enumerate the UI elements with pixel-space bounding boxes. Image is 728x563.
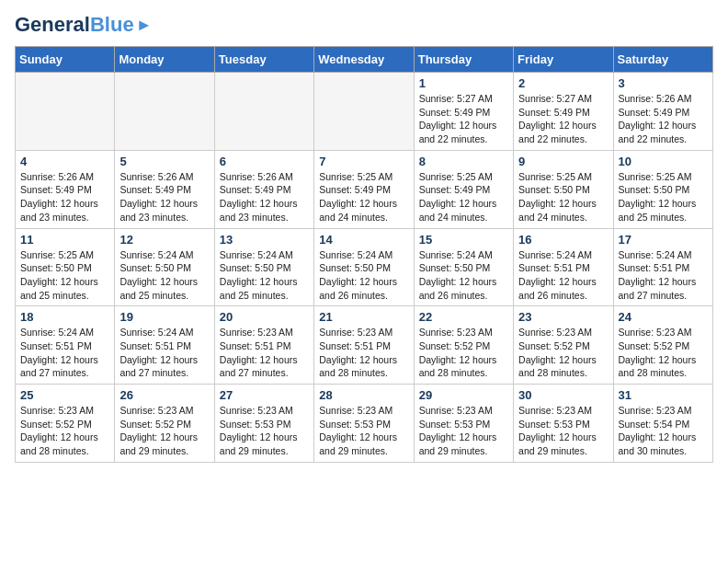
calendar-cell: 14Sunrise: 5:24 AM Sunset: 5:50 PM Dayli… bbox=[314, 228, 414, 306]
day-info: Sunrise: 5:23 AM Sunset: 5:52 PM Dayligh… bbox=[20, 404, 109, 458]
day-number: 3 bbox=[619, 76, 708, 90]
logo-blue: Blue bbox=[90, 13, 134, 36]
day-info: Sunrise: 5:24 AM Sunset: 5:51 PM Dayligh… bbox=[20, 326, 109, 380]
day-number: 1 bbox=[419, 76, 508, 90]
day-number: 4 bbox=[20, 155, 109, 168]
calendar-cell bbox=[16, 73, 115, 151]
day-number: 29 bbox=[419, 388, 508, 402]
day-info: Sunrise: 5:27 AM Sunset: 5:49 PM Dayligh… bbox=[518, 92, 608, 146]
calendar-cell: 25Sunrise: 5:23 AM Sunset: 5:52 PM Dayli… bbox=[16, 385, 115, 463]
logo-bird-icon: ► bbox=[136, 16, 153, 35]
day-number: 24 bbox=[619, 310, 708, 324]
day-number: 6 bbox=[220, 155, 309, 168]
col-header-saturday: Saturday bbox=[613, 47, 712, 73]
day-number: 21 bbox=[319, 310, 408, 324]
day-number: 25 bbox=[20, 388, 109, 402]
day-info: Sunrise: 5:25 AM Sunset: 5:50 PM Dayligh… bbox=[518, 170, 608, 224]
calendar-table: SundayMondayTuesdayWednesdayThursdayFrid… bbox=[15, 46, 713, 463]
calendar-cell: 28Sunrise: 5:23 AM Sunset: 5:53 PM Dayli… bbox=[314, 385, 414, 463]
day-info: Sunrise: 5:24 AM Sunset: 5:51 PM Dayligh… bbox=[119, 326, 209, 380]
calendar-cell: 19Sunrise: 5:24 AM Sunset: 5:51 PM Dayli… bbox=[115, 306, 214, 385]
day-info: Sunrise: 5:24 AM Sunset: 5:50 PM Dayligh… bbox=[419, 248, 508, 303]
calendar-cell: 30Sunrise: 5:23 AM Sunset: 5:53 PM Dayli… bbox=[514, 385, 613, 463]
day-info: Sunrise: 5:23 AM Sunset: 5:53 PM Dayligh… bbox=[220, 404, 309, 458]
logo-general: GeneralBlue bbox=[15, 15, 134, 35]
day-info: Sunrise: 5:25 AM Sunset: 5:50 PM Dayligh… bbox=[20, 248, 109, 303]
day-number: 8 bbox=[419, 155, 508, 168]
calendar-cell: 4Sunrise: 5:26 AM Sunset: 5:49 PM Daylig… bbox=[16, 150, 115, 228]
calendar-cell: 26Sunrise: 5:23 AM Sunset: 5:52 PM Dayli… bbox=[115, 385, 214, 463]
calendar-week-row: 11Sunrise: 5:25 AM Sunset: 5:50 PM Dayli… bbox=[16, 228, 713, 306]
calendar-cell: 2Sunrise: 5:27 AM Sunset: 5:49 PM Daylig… bbox=[514, 73, 613, 151]
col-header-friday: Friday bbox=[514, 47, 613, 73]
calendar-cell: 27Sunrise: 5:23 AM Sunset: 5:53 PM Dayli… bbox=[214, 385, 313, 463]
col-header-wednesday: Wednesday bbox=[314, 47, 414, 73]
day-number: 10 bbox=[619, 155, 708, 168]
calendar-header-row: SundayMondayTuesdayWednesdayThursdayFrid… bbox=[16, 47, 713, 73]
day-info: Sunrise: 5:23 AM Sunset: 5:53 PM Dayligh… bbox=[319, 404, 408, 458]
day-info: Sunrise: 5:23 AM Sunset: 5:51 PM Dayligh… bbox=[319, 326, 408, 380]
day-number: 16 bbox=[518, 233, 608, 247]
calendar-cell: 6Sunrise: 5:26 AM Sunset: 5:49 PM Daylig… bbox=[214, 150, 313, 228]
calendar-cell: 29Sunrise: 5:23 AM Sunset: 5:53 PM Dayli… bbox=[414, 385, 513, 463]
day-info: Sunrise: 5:24 AM Sunset: 5:50 PM Dayligh… bbox=[220, 248, 309, 303]
day-number: 20 bbox=[220, 310, 309, 324]
day-number: 27 bbox=[220, 388, 309, 402]
day-number: 15 bbox=[419, 233, 508, 247]
day-info: Sunrise: 5:26 AM Sunset: 5:49 PM Dayligh… bbox=[119, 170, 209, 224]
day-info: Sunrise: 5:23 AM Sunset: 5:53 PM Dayligh… bbox=[518, 404, 608, 458]
day-info: Sunrise: 5:26 AM Sunset: 5:49 PM Dayligh… bbox=[220, 170, 309, 224]
calendar-cell: 23Sunrise: 5:23 AM Sunset: 5:52 PM Dayli… bbox=[514, 306, 613, 385]
calendar-cell: 13Sunrise: 5:24 AM Sunset: 5:50 PM Dayli… bbox=[214, 228, 313, 306]
calendar-cell: 8Sunrise: 5:25 AM Sunset: 5:49 PM Daylig… bbox=[414, 150, 513, 228]
calendar-cell bbox=[214, 73, 313, 151]
calendar-cell bbox=[314, 73, 414, 151]
day-number: 23 bbox=[518, 310, 608, 324]
day-info: Sunrise: 5:24 AM Sunset: 5:51 PM Dayligh… bbox=[619, 248, 708, 303]
calendar-cell bbox=[115, 73, 214, 151]
day-number: 30 bbox=[518, 388, 608, 402]
calendar-cell: 7Sunrise: 5:25 AM Sunset: 5:49 PM Daylig… bbox=[314, 150, 414, 228]
day-number: 18 bbox=[20, 310, 109, 324]
day-info: Sunrise: 5:23 AM Sunset: 5:52 PM Dayligh… bbox=[619, 326, 708, 380]
col-header-sunday: Sunday bbox=[16, 47, 115, 73]
day-number: 11 bbox=[20, 233, 109, 247]
day-info: Sunrise: 5:25 AM Sunset: 5:50 PM Dayligh… bbox=[619, 170, 708, 224]
col-header-tuesday: Tuesday bbox=[214, 47, 313, 73]
day-info: Sunrise: 5:24 AM Sunset: 5:50 PM Dayligh… bbox=[119, 248, 209, 303]
calendar-cell: 9Sunrise: 5:25 AM Sunset: 5:50 PM Daylig… bbox=[514, 150, 613, 228]
calendar-cell: 16Sunrise: 5:24 AM Sunset: 5:51 PM Dayli… bbox=[514, 228, 613, 306]
day-info: Sunrise: 5:24 AM Sunset: 5:50 PM Dayligh… bbox=[319, 248, 408, 303]
calendar-cell: 17Sunrise: 5:24 AM Sunset: 5:51 PM Dayli… bbox=[613, 228, 712, 306]
day-info: Sunrise: 5:26 AM Sunset: 5:49 PM Dayligh… bbox=[20, 170, 109, 224]
calendar-cell: 1Sunrise: 5:27 AM Sunset: 5:49 PM Daylig… bbox=[414, 73, 513, 151]
calendar-cell: 11Sunrise: 5:25 AM Sunset: 5:50 PM Dayli… bbox=[16, 228, 115, 306]
calendar-cell: 10Sunrise: 5:25 AM Sunset: 5:50 PM Dayli… bbox=[613, 150, 712, 228]
day-info: Sunrise: 5:23 AM Sunset: 5:52 PM Dayligh… bbox=[518, 326, 608, 380]
day-number: 19 bbox=[119, 310, 209, 324]
day-info: Sunrise: 5:25 AM Sunset: 5:49 PM Dayligh… bbox=[419, 170, 508, 224]
calendar-week-row: 25Sunrise: 5:23 AM Sunset: 5:52 PM Dayli… bbox=[16, 385, 713, 463]
col-header-monday: Monday bbox=[115, 47, 214, 73]
day-number: 17 bbox=[619, 233, 708, 247]
calendar-cell: 18Sunrise: 5:24 AM Sunset: 5:51 PM Dayli… bbox=[16, 306, 115, 385]
calendar-cell: 24Sunrise: 5:23 AM Sunset: 5:52 PM Dayli… bbox=[613, 306, 712, 385]
day-info: Sunrise: 5:26 AM Sunset: 5:49 PM Dayligh… bbox=[619, 92, 708, 146]
calendar-week-row: 1Sunrise: 5:27 AM Sunset: 5:49 PM Daylig… bbox=[16, 73, 713, 151]
day-number: 5 bbox=[119, 155, 209, 168]
day-info: Sunrise: 5:23 AM Sunset: 5:52 PM Dayligh… bbox=[119, 404, 209, 458]
day-number: 14 bbox=[319, 233, 408, 247]
col-header-thursday: Thursday bbox=[414, 47, 513, 73]
day-number: 13 bbox=[220, 233, 309, 247]
day-info: Sunrise: 5:25 AM Sunset: 5:49 PM Dayligh… bbox=[319, 170, 408, 224]
day-info: Sunrise: 5:23 AM Sunset: 5:52 PM Dayligh… bbox=[419, 326, 508, 380]
day-number: 28 bbox=[319, 388, 408, 402]
day-number: 31 bbox=[619, 388, 708, 402]
day-number: 12 bbox=[119, 233, 209, 247]
day-number: 26 bbox=[119, 388, 209, 402]
day-info: Sunrise: 5:23 AM Sunset: 5:54 PM Dayligh… bbox=[619, 404, 708, 458]
calendar-week-row: 4Sunrise: 5:26 AM Sunset: 5:49 PM Daylig… bbox=[16, 150, 713, 228]
day-info: Sunrise: 5:24 AM Sunset: 5:51 PM Dayligh… bbox=[518, 248, 608, 303]
calendar-cell: 22Sunrise: 5:23 AM Sunset: 5:52 PM Dayli… bbox=[414, 306, 513, 385]
calendar-cell: 31Sunrise: 5:23 AM Sunset: 5:54 PM Dayli… bbox=[613, 385, 712, 463]
